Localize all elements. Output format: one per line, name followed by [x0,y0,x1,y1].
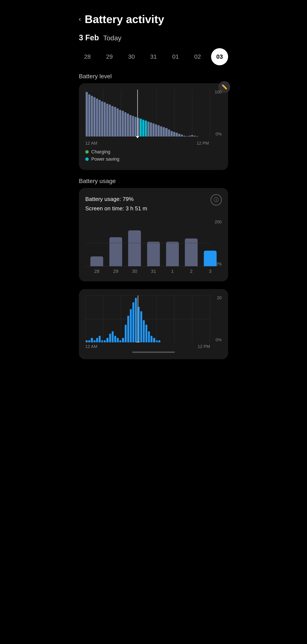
day-item-30[interactable]: 30 [123,48,140,65]
hourly-bar [151,336,152,342]
weekly-x-label: 1 [163,268,182,274]
legend-item: Power saving [85,156,222,162]
day-item-29[interactable]: 29 [101,48,118,65]
hourly-bar [122,338,124,342]
hourly-bar [153,338,155,342]
weekly-bar-col[interactable] [106,237,125,266]
weekly-bar [166,242,179,266]
weekly-x-label: 3 [201,268,220,274]
legend-label: Charging [91,149,110,155]
hourly-bar [117,338,119,342]
battery-bar [122,111,124,136]
battery-bar [158,125,160,136]
battery-legend: ChargingPower saving [85,149,222,162]
battery-x-labels: 12 AM 12 PM [85,141,209,146]
battery-usage-pct: Battery usage: 79% [85,194,222,204]
battery-cursor-line [137,90,138,136]
battery-y-labels: 100 0% [210,90,222,136]
day-item-31[interactable]: 31 [145,48,162,65]
day-item-03[interactable]: 03 [211,48,228,65]
battery-bar [109,104,111,136]
date-label: 3 Feb Today [79,33,121,42]
hourly-bar [101,340,103,342]
battery-bar [168,130,170,136]
battery-bar [150,122,152,136]
day-item-28[interactable]: 28 [79,48,96,65]
weekly-x-label: 30 [125,268,144,274]
battery-bar [155,124,157,136]
battery-usage-card: ⓘ Battery usage: 79% Screen on time: 3 h… [79,188,228,281]
weekly-bar-col[interactable] [144,242,163,266]
hourly-bar [156,340,158,342]
weekly-chart: 200 0% 28293031123 [85,220,222,275]
scroll-bar-wrap [85,352,222,353]
weekly-grid-line [85,243,211,243]
hourly-bar [99,336,101,342]
battery-bar [152,123,155,136]
battery-bar [124,112,126,136]
battery-bar [96,98,98,136]
battery-bar [160,126,162,136]
hourly-chart: 20 0% [85,296,222,342]
hourly-bar [145,325,147,342]
hourly-bar [132,302,134,342]
page-title: Battery activity [85,13,164,26]
header: ‹ Battery activity [79,13,228,26]
battery-bar [183,136,186,136]
weekly-bar [109,237,122,266]
battery-bar [173,132,175,136]
battery-usage-label: Battery usage [79,178,228,184]
battery-bar [145,120,147,136]
hourly-bar [158,340,160,342]
battery-bar [188,136,191,136]
battery-bar [178,134,180,136]
hourly-bar [88,340,90,342]
battery-bars-container [85,90,209,136]
day-item-01[interactable]: 01 [167,48,184,65]
back-button[interactable]: ‹ [79,16,81,22]
battery-bar [196,136,198,136]
battery-bar [86,92,88,136]
hourly-y-labels: 20 0% [210,296,222,342]
weekly-bar-col[interactable] [163,242,182,266]
weekly-bar-col[interactable] [125,230,144,266]
day-item-02[interactable]: 02 [189,48,206,65]
battery-bar [176,133,178,136]
weekly-x-label: 28 [87,268,106,274]
battery-level-chart: 100 0% [85,90,222,136]
hourly-bar [91,338,93,342]
info-icon[interactable]: ⓘ [211,194,222,206]
weekly-x-label: 29 [106,268,125,274]
battery-bar [117,108,119,136]
hourly-bars-area [85,296,210,342]
weekly-bar-col[interactable] [182,238,201,266]
legend-item: Charging [85,149,222,155]
battery-bar [101,101,103,136]
usage-stats: Battery usage: 79% Screen on time: 3 h 5… [85,194,222,213]
scroll-bar[interactable] [132,352,175,353]
weekly-bar [128,230,141,266]
battery-bar [119,110,121,136]
battery-bar [186,136,188,136]
battery-bar [194,136,196,136]
hourly-bar [119,340,121,342]
battery-bar [111,106,113,136]
hourly-bars-inner [85,296,210,342]
hourly-cursor-line [138,296,138,342]
battery-bar [93,97,95,136]
hourly-bar [125,325,127,342]
cursor-arrow [136,136,139,138]
screen-on-time: Screen on time: 3 h 51 m [85,204,222,213]
weekly-x-label: 31 [144,268,163,274]
battery-bar [191,135,193,136]
legend-dot [85,150,89,154]
hourly-bar [143,320,145,342]
battery-bar [127,114,129,136]
hourly-bar [96,338,98,342]
battery-bar [106,104,108,136]
battery-bar [147,122,149,136]
battery-bar [132,116,134,136]
weekly-bar-col[interactable] [87,256,106,266]
day-selector: 28293031010203 [79,48,228,65]
hourly-bar [94,340,95,342]
